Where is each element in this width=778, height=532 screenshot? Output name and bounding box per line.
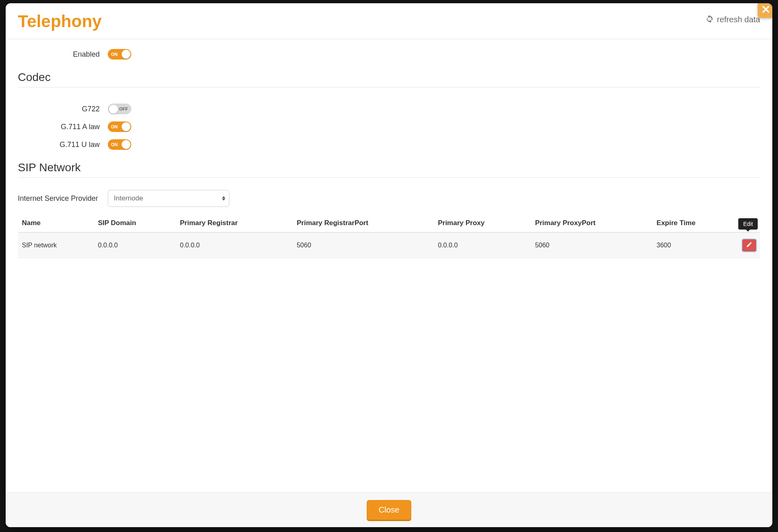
toggle-on-text: ON: [111, 142, 118, 147]
divider: [18, 177, 760, 178]
toggle-knob: [122, 140, 130, 149]
table-column-header: Primary RegistrarPort: [293, 214, 434, 232]
table-column-header: SIP Domain: [94, 214, 176, 232]
isp-select-wrap: Internode: [108, 190, 229, 207]
codec-toggle[interactable]: ONOFF: [108, 104, 131, 114]
modal-close-button[interactable]: [758, 3, 772, 18]
toggle-knob: [122, 122, 130, 131]
sip-table: NameSIP DomainPrimary RegistrarPrimary R…: [18, 214, 760, 258]
codec-row: G.711 U lawONOFF: [18, 139, 760, 150]
table-column-header: Primary ProxyPort: [531, 214, 652, 232]
edit-button[interactable]: [742, 239, 756, 251]
codec-section-title: Codec: [18, 71, 760, 84]
divider: [18, 87, 760, 87]
toggle-on-text: ON: [111, 124, 118, 129]
close-button-label: Close: [378, 505, 399, 514]
table-column-header: Name: [18, 214, 94, 232]
isp-selected-value: Internode: [114, 194, 143, 202]
codec-row: G.711 A lawONOFF: [18, 121, 760, 132]
table-column-header: Expire Time: [652, 214, 736, 232]
chevron-updown-icon: [222, 196, 225, 201]
codec-row: G722ONOFF: [18, 104, 760, 114]
table-cell: SIP network: [18, 232, 94, 258]
close-button[interactable]: Close: [367, 500, 411, 520]
table-row: SIP network0.0.0.00.0.0.050600.0.0.05060…: [18, 232, 760, 258]
toggle-knob: [109, 105, 118, 114]
isp-select[interactable]: Internode: [108, 190, 229, 207]
codec-toggle[interactable]: ONOFF: [108, 139, 131, 150]
toggle-on-text: ON: [111, 52, 118, 57]
edit-tooltip: Edit: [738, 218, 758, 230]
sip-section-title: SIP Network: [18, 161, 760, 174]
table-column-header: Primary Registrar: [176, 214, 293, 232]
table-cell: 0.0.0.0: [176, 232, 293, 258]
isp-row: Internet Service Provider Internode: [18, 190, 760, 207]
enabled-label: Enabled: [18, 50, 108, 59]
table-cell: 5060: [293, 232, 434, 258]
refresh-data-button[interactable]: refresh data: [705, 15, 760, 25]
isp-label: Internet Service Provider: [18, 194, 98, 203]
edit-icon: [746, 241, 752, 249]
codec-toggle[interactable]: ONOFF: [108, 121, 131, 132]
table-column-header: Primary Proxy: [434, 214, 531, 232]
refresh-icon: [705, 15, 714, 25]
modal-body: Enabled ON OFF Codec G722ONOFFG.711 A la…: [6, 39, 772, 492]
enabled-row: Enabled ON OFF: [18, 49, 760, 60]
table-cell: 5060: [531, 232, 652, 258]
refresh-label: refresh data: [717, 15, 760, 24]
modal-header: Telephony refresh data: [6, 3, 772, 39]
page-title: Telephony: [18, 12, 102, 31]
codec-label: G.711 A law: [18, 123, 108, 131]
modal-footer: Close: [6, 492, 772, 527]
codec-label: G722: [18, 105, 108, 113]
toggle-off-text: OFF: [119, 106, 128, 111]
table-cell-actions: Edit: [736, 232, 760, 258]
table-cell: 0.0.0.0: [94, 232, 176, 258]
close-icon: [762, 6, 769, 14]
telephony-modal: Telephony refresh data Enabled ON OFF Co…: [6, 3, 772, 527]
enabled-toggle[interactable]: ON OFF: [108, 49, 131, 60]
table-cell: 3600: [652, 232, 736, 258]
table-cell: 0.0.0.0: [434, 232, 531, 258]
codec-group: G722ONOFFG.711 A lawONOFFG.711 U lawONOF…: [18, 104, 760, 150]
codec-label: G.711 U law: [18, 140, 108, 149]
toggle-knob: [122, 50, 130, 59]
